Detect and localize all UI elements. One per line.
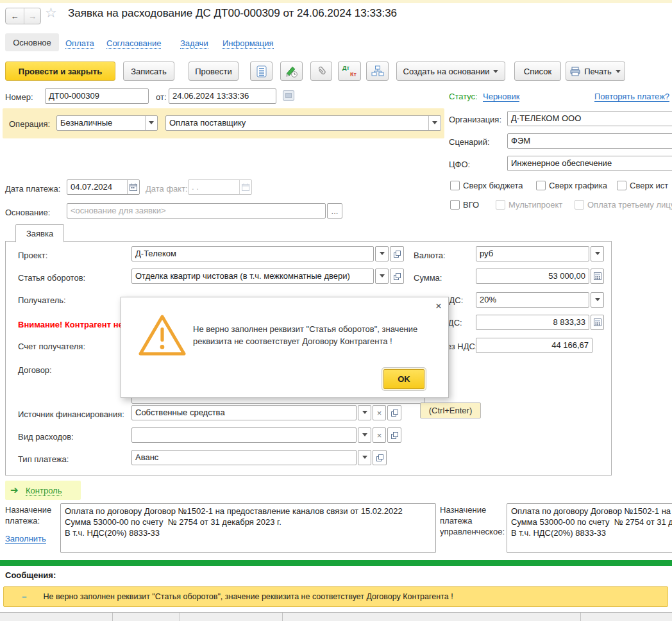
payment-type-input[interactable]: Аванс [131, 450, 357, 465]
cfo-label: ЦФО: [449, 160, 470, 169]
funding-source-input[interactable]: Собственные средства [131, 405, 357, 420]
over-schedule-checkbox[interactable] [536, 181, 546, 190]
dt-kt-icon: Дт Кт [342, 65, 357, 78]
funding-source-open-button[interactable] [387, 405, 401, 420]
vat-amount-calculator-button[interactable] [591, 315, 604, 330]
tab-approval[interactable]: Согласование [106, 38, 161, 49]
ctrl-enter-hint: (Ctrl+Enter) [420, 402, 481, 418]
structure-button[interactable] [366, 62, 389, 81]
over-budget-checkbox[interactable] [450, 181, 460, 190]
operation-method-combo[interactable]: Безналичные [56, 115, 158, 131]
paperclip-icon [315, 65, 327, 78]
chevron-down-icon[interactable] [145, 116, 157, 130]
vgo-checkbox[interactable] [450, 200, 460, 210]
basis-input[interactable]: <основание для заявки> [67, 203, 326, 219]
purpose-fill-link[interactable]: Заполнить [5, 534, 46, 544]
payment-type-dropdown-button[interactable] [358, 450, 371, 465]
calendar-icon[interactable] [127, 180, 139, 194]
print-button[interactable]: Печать [566, 62, 625, 81]
bottom-table-header[interactable] [0, 612, 672, 621]
fact-date-label: Дата факт: [146, 184, 188, 194]
favorite-star-icon[interactable]: ☆ [45, 5, 57, 21]
post-and-close-label: Провести и закрыть [19, 67, 102, 76]
currency-input[interactable]: руб [476, 246, 589, 261]
purpose-mgmt-textarea[interactable]: Оплата по договору Договор №1502-1 на пр… [507, 503, 672, 553]
save-label: Записать [131, 67, 167, 76]
scenario-input[interactable]: ФЭМ [507, 133, 672, 149]
funding-source-dropdown-button[interactable] [358, 405, 371, 420]
open-icon [394, 273, 401, 280]
repeat-payment-link[interactable]: Повторять платеж? [594, 92, 669, 102]
vat-rate-input[interactable]: 20% [476, 292, 589, 308]
expense-kind-input[interactable] [131, 427, 357, 443]
recipient-account-label: Счет получателя: [18, 342, 85, 351]
multiproject-label: Мультипроект [508, 200, 562, 210]
datetime-input[interactable]: 24.06.2024 13:33:36 [169, 88, 276, 104]
pay-date-label: Дата платежа: [5, 184, 60, 194]
attachments-button[interactable] [310, 62, 332, 81]
open-icon [394, 251, 401, 258]
nav-back-button[interactable]: ← [6, 8, 24, 24]
turnover-item-input[interactable]: Отделка квартир чистовая (в т.ч. межкомн… [131, 269, 374, 284]
vat-rate-dropdown-button[interactable] [591, 292, 604, 308]
cfo-input[interactable]: Инженерное обеспечение [507, 156, 672, 171]
tab-info[interactable]: Информация [223, 38, 274, 49]
message-text: Не верно заполнен реквизит "Статья оборо… [44, 592, 453, 601]
dialog-ok-button[interactable]: OK [383, 369, 424, 389]
project-input[interactable]: Д-Телеком [131, 246, 374, 261]
green-divider[interactable] [0, 560, 672, 566]
control-link[interactable]: Контроль [26, 486, 62, 496]
save-button[interactable]: Записать [123, 62, 174, 81]
number-lock-icon[interactable] [283, 90, 294, 101]
dialog-close-icon[interactable]: × [435, 300, 442, 313]
nav-forward-button[interactable]: → [24, 8, 40, 24]
chevron-down-icon[interactable] [428, 116, 441, 130]
post-button[interactable]: Провести [189, 62, 239, 81]
expense-kind-clear-button[interactable]: × [373, 427, 386, 443]
tab-payment[interactable]: Оплата [65, 38, 94, 49]
recipient-label: Получатель: [18, 295, 66, 305]
over-source-checkbox[interactable] [617, 181, 626, 190]
number-input[interactable]: ДТ00-000309 [45, 88, 149, 104]
table-column-divider [282, 613, 283, 621]
project-open-button[interactable] [390, 246, 404, 261]
operation-kind-combo[interactable]: Оплата поставщику [165, 115, 441, 131]
turnover-item-dropdown-button[interactable] [375, 269, 389, 284]
project-label: Проект: [18, 251, 47, 260]
status-link[interactable]: Черновик [483, 92, 519, 102]
calendar-icon [239, 180, 251, 194]
over-budget-label: Сверх бюджета [463, 181, 523, 190]
basis-more-button[interactable]: ... [327, 203, 342, 219]
pay-date-input[interactable]: 04.07.2024 [67, 179, 140, 195]
currency-dropdown-button[interactable] [591, 246, 604, 261]
dt-kt-button[interactable]: Дт Кт [338, 62, 361, 81]
status-label: Статус: [449, 92, 478, 101]
expense-kind-open-button[interactable] [387, 427, 401, 443]
funding-source-clear-button[interactable]: × [373, 405, 386, 420]
organization-input[interactable]: Д-ТЕЛЕКОМ ООО [507, 111, 672, 126]
tab-tasks[interactable]: Задачи [180, 38, 208, 49]
amount-calculator-button[interactable] [591, 269, 604, 284]
create-based-on-button[interactable]: Создать на основании [396, 62, 505, 81]
sign-button[interactable] [280, 62, 303, 81]
vat-amount-input[interactable]: 8 833,33 [476, 315, 589, 330]
contragent-warning-text: Внимание! Контрагент не а [18, 320, 130, 329]
list-button[interactable]: Список [514, 62, 561, 81]
pay-third-party-checkbox [575, 200, 584, 210]
project-dropdown-button[interactable] [375, 246, 389, 261]
turnover-item-open-button[interactable] [390, 269, 404, 284]
multiproject-checkbox [496, 200, 505, 210]
tab-main[interactable]: Основное [5, 33, 59, 51]
purpose-textarea[interactable]: Оплата по договору Договор №1502-1 на пр… [60, 503, 436, 553]
expense-kind-dropdown-button[interactable] [358, 427, 371, 443]
amount-input[interactable]: 53 000,00 [476, 269, 589, 284]
chevron-down-icon [616, 70, 621, 76]
payment-type-open-button[interactable] [373, 450, 387, 465]
post-and-close-button[interactable]: Провести и закрыть [5, 62, 115, 81]
from-label: от: [156, 92, 167, 102]
amount-wo-vat-input[interactable]: 44 166,67 [476, 338, 592, 353]
message-bar[interactable]: − Не верно заполнен реквизит "Статья обо… [3, 586, 668, 607]
report-list-icon [256, 65, 267, 78]
tab-request[interactable]: Заявка [15, 224, 64, 242]
report-button[interactable] [250, 62, 273, 81]
